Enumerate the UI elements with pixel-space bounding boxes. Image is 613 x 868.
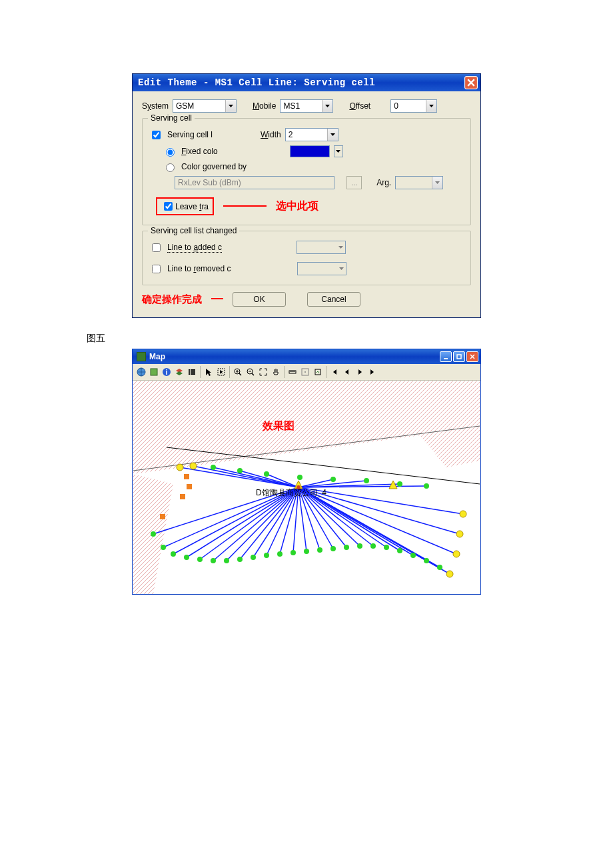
svg-rect-8 bbox=[189, 371, 190, 373]
svg-rect-9 bbox=[191, 371, 195, 373]
svg-point-79 bbox=[410, 553, 416, 558]
close-icon bbox=[467, 79, 475, 87]
layers-icon[interactable] bbox=[173, 366, 185, 378]
chevron-down-icon bbox=[322, 100, 332, 112]
map-titlebar: Map bbox=[133, 349, 480, 364]
close-button[interactable] bbox=[466, 351, 478, 362]
fixed-color-radio[interactable] bbox=[166, 148, 175, 157]
first-icon[interactable] bbox=[328, 366, 340, 378]
minimize-button[interactable] bbox=[440, 351, 452, 362]
svg-point-66 bbox=[237, 557, 243, 562]
list-changed-group: Serving cell list changed Line to added … bbox=[142, 231, 471, 285]
leave-trace-checkbox[interactable] bbox=[164, 202, 173, 211]
ok-button[interactable]: OK bbox=[233, 292, 286, 307]
line-added-color bbox=[297, 241, 346, 254]
offset-select[interactable]: 0 bbox=[390, 99, 437, 113]
svg-point-85 bbox=[264, 471, 269, 477]
svg-point-87 bbox=[330, 477, 336, 482]
svg-point-93 bbox=[453, 551, 460, 557]
svg-rect-18 bbox=[315, 369, 320, 375]
cancel-button[interactable]: Cancel bbox=[307, 292, 360, 307]
svg-rect-0 bbox=[444, 358, 448, 359]
titlebar: Edit Theme - MS1 Cell Line: Serving cell bbox=[133, 74, 480, 91]
map-canvas[interactable]: 效果图 D馆陶县商贸公司_4 bbox=[133, 381, 480, 594]
browse-button[interactable]: ... bbox=[346, 176, 362, 189]
last-icon[interactable] bbox=[366, 366, 378, 378]
color-governed-radio[interactable] bbox=[166, 163, 175, 172]
zoom-out-icon[interactable] bbox=[245, 366, 257, 378]
svg-rect-6 bbox=[189, 369, 190, 371]
svg-rect-97 bbox=[184, 474, 189, 479]
line-added-checkbox[interactable] bbox=[152, 243, 161, 252]
map-toolbar: i bbox=[133, 364, 480, 381]
pan-icon[interactable] bbox=[270, 366, 282, 378]
svg-point-59 bbox=[151, 531, 156, 537]
svg-point-88 bbox=[364, 478, 369, 483]
svg-point-89 bbox=[397, 481, 402, 487]
system-label: System bbox=[142, 101, 169, 111]
svg-rect-98 bbox=[187, 484, 192, 489]
map-app-icon bbox=[137, 352, 146, 361]
zoom-in-icon[interactable] bbox=[232, 366, 244, 378]
system-select[interactable]: GSM bbox=[173, 99, 237, 113]
svg-point-17 bbox=[305, 371, 306, 373]
leave-trace-label: Leave tra bbox=[175, 202, 209, 211]
zoom-extent-icon[interactable] bbox=[257, 366, 269, 378]
figure-caption: 图五 bbox=[87, 333, 613, 345]
line-removed-color bbox=[297, 262, 346, 275]
svg-point-81 bbox=[437, 565, 442, 570]
svg-line-52 bbox=[213, 467, 299, 487]
arg-select bbox=[395, 176, 443, 189]
cell-label: D馆陶县商贸公司_4 bbox=[256, 487, 326, 499]
color-governed-label: Color governed by bbox=[181, 162, 247, 171]
svg-point-70 bbox=[291, 550, 296, 555]
svg-point-74 bbox=[344, 545, 349, 550]
serving-cell-group-title: Serving cell bbox=[148, 113, 195, 123]
svg-point-67 bbox=[251, 555, 256, 560]
svg-point-80 bbox=[424, 558, 429, 563]
annotation-select-this: 选中此项 bbox=[276, 199, 318, 213]
svg-point-68 bbox=[264, 553, 269, 558]
line-added-label: Line to added c bbox=[167, 243, 222, 253]
serving-cell-checkbox[interactable] bbox=[152, 131, 161, 139]
pointer-icon[interactable] bbox=[203, 366, 215, 378]
chevron-down-icon bbox=[432, 177, 442, 189]
globe-icon[interactable] bbox=[135, 366, 147, 378]
annotation-confirm: 确定操作完成 bbox=[142, 293, 202, 306]
arg-label: Arg. bbox=[376, 178, 391, 187]
measure-icon[interactable] bbox=[287, 366, 299, 378]
ruler-icon[interactable] bbox=[299, 366, 311, 378]
select-icon[interactable] bbox=[215, 366, 227, 378]
chevron-down-icon bbox=[327, 129, 338, 141]
close-button[interactable] bbox=[464, 76, 478, 89]
color-dropdown[interactable] bbox=[334, 145, 343, 157]
mobile-select[interactable]: MS1 bbox=[280, 99, 333, 113]
svg-point-65 bbox=[224, 558, 229, 563]
prev-icon[interactable] bbox=[341, 366, 353, 378]
minimize-icon bbox=[443, 354, 448, 359]
fixed-color-label: Fixed colo bbox=[181, 147, 218, 156]
offset-value: 0 bbox=[391, 101, 401, 111]
info-icon[interactable]: i bbox=[161, 366, 173, 378]
edit-theme-dialog: Edit Theme - MS1 Cell Line: Serving cell… bbox=[132, 73, 481, 318]
color-swatch[interactable] bbox=[290, 145, 330, 157]
chevron-down-icon bbox=[336, 241, 345, 253]
next-icon[interactable] bbox=[354, 366, 366, 378]
svg-point-75 bbox=[357, 543, 362, 549]
governed-ie-select: RxLev Sub (dBm) bbox=[175, 176, 334, 189]
list-icon[interactable] bbox=[186, 366, 198, 378]
governed-ie-value: RxLev Sub (dBm) bbox=[175, 178, 244, 187]
dialog-title: Edit Theme - MS1 Cell Line: Serving cell bbox=[138, 77, 375, 88]
svg-rect-99 bbox=[180, 494, 185, 499]
width-select[interactable]: 2 bbox=[285, 128, 338, 141]
map-icon[interactable] bbox=[148, 366, 160, 378]
svg-rect-7 bbox=[191, 369, 195, 371]
width-value: 2 bbox=[286, 130, 296, 139]
svg-point-86 bbox=[297, 475, 303, 480]
svg-point-64 bbox=[211, 558, 216, 563]
line-removed-checkbox[interactable] bbox=[152, 265, 161, 273]
export-icon[interactable] bbox=[312, 366, 324, 378]
svg-point-78 bbox=[397, 548, 402, 553]
chevron-down-icon bbox=[336, 263, 346, 275]
maximize-button[interactable] bbox=[453, 351, 465, 362]
